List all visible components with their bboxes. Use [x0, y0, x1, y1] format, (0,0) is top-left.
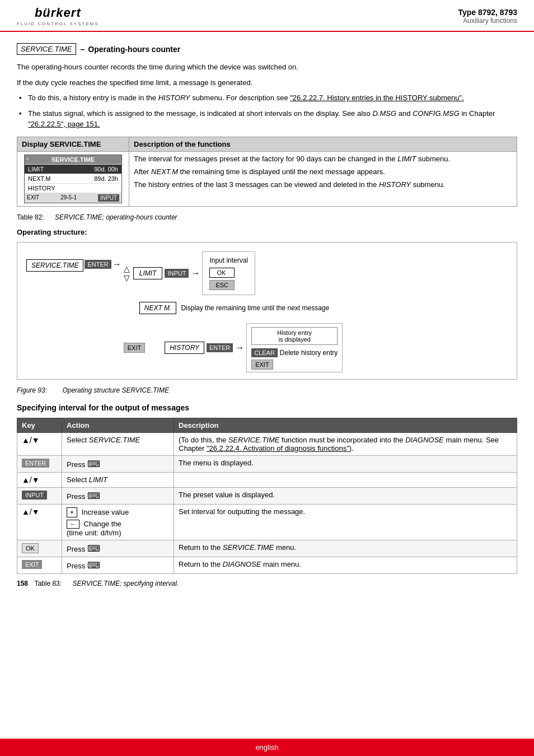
- key-cell-arrows3: ▲/▼: [17, 504, 62, 540]
- section-title-dash: –: [81, 45, 85, 54]
- key-cell-exit: EXIT: [17, 557, 62, 573]
- footer-language: english: [0, 739, 534, 756]
- limit-box: LIMIT: [133, 267, 163, 279]
- history-box: HISTORY: [165, 342, 204, 354]
- action-cell-5: + Increase value ← Change the(time unit:…: [62, 504, 174, 540]
- table-row: OK Press ⌨ Return to the SERVICE.TIME me…: [17, 540, 517, 557]
- lcd-mid: 29-5-1: [60, 194, 77, 202]
- bullet2-italic1: D.MSG: [372, 109, 396, 118]
- desc-cell-1: (To do this, the SERVICE.TIME function m…: [174, 432, 517, 455]
- key-cell-arrows1: ▲/▼: [17, 432, 62, 455]
- table-row: ▲/▼ Select SERVICE.TIME (To do this, the…: [17, 432, 517, 455]
- lcd-header: SERVICE.TIME: [25, 155, 121, 164]
- bullet2-prefix: The status signal, which is assigned to …: [28, 109, 372, 118]
- bullet1-prefix: To do this, a history entry is made in t…: [28, 94, 158, 102]
- action-cell-1: Select SERVICE.TIME: [62, 432, 174, 455]
- esc-box: ESC: [209, 280, 235, 290]
- lcd-row-nextm: NEXT.M 89d. 23h: [25, 174, 121, 183]
- lcd-exit: EXIT: [27, 194, 39, 202]
- table-row: ▲/▼ + Increase value ← Change the(time u…: [17, 504, 517, 540]
- table-row: EXIT Press ⌨ Return to the DIAGNOSE main…: [17, 557, 517, 573]
- exit-box: EXIT: [124, 343, 145, 353]
- col1-header: Display SERVICE.TIME: [17, 137, 129, 151]
- section-title-text: Operating-hours counter: [88, 45, 180, 54]
- desc1: The interval for messages preset at the …: [134, 155, 512, 163]
- key-cell-enter: ENTER: [17, 455, 62, 472]
- lcd-row-limit: LIMIT 90d. 00h: [25, 164, 121, 174]
- enter2-btn: ENTER: [207, 343, 233, 352]
- lcd-footer: EXIT 29-5-1 INPUT: [25, 193, 121, 203]
- para2: If the duty cycle reaches the specified …: [17, 77, 517, 88]
- bullet2-italic2: CONFIG.MSG: [413, 109, 460, 118]
- header-aux: Auxiliary functions: [458, 17, 517, 25]
- table-row: ▲/▼ Select LIMIT: [17, 472, 517, 487]
- spec-title: Specifying interval for the output of me…: [17, 403, 517, 412]
- section-title-box: SERVICE.TIME – Operating-hours counter: [17, 43, 517, 55]
- diagram-start-box: SERVICE.TIME: [26, 259, 83, 272]
- input-interval-label: Input interval: [209, 256, 248, 264]
- header-right: Type 8792, 8793 Auxiliary functions: [458, 8, 517, 25]
- arrow-keys-2: ▲/▼: [22, 475, 40, 484]
- key-cell-ok: OK: [17, 540, 62, 557]
- clear-desc: Delete history entry: [280, 349, 338, 357]
- flow-diagram-container: SERVICE.TIME ENTER → △ ▽: [17, 242, 517, 380]
- bullet2-suffix: in Chapter: [460, 109, 495, 118]
- key-cell-input: INPUT: [17, 487, 62, 504]
- lcd-input: INPUT: [98, 194, 119, 202]
- desc2: After NEXT.M the remaining time is displ…: [134, 167, 512, 176]
- ok-badge: OK: [22, 543, 39, 553]
- desc-cell-5: Set interval for outputting the message.: [174, 504, 517, 540]
- back-icon: ←: [67, 520, 79, 529]
- desc-cell-7: Return to the DIAGNOSE main menu.: [174, 557, 517, 573]
- table82-caption: Table 82: SERVICE.TIME; operating-hours …: [17, 213, 517, 221]
- lcd-nextm-value: 89d. 23h: [94, 175, 118, 182]
- col2-header: Description of the functions: [129, 137, 517, 151]
- lcd-history-label: HISTORY: [28, 185, 55, 192]
- bullet-list: To do this, a history entry is made in t…: [28, 92, 517, 130]
- hist-entry1: History entry: [256, 329, 332, 336]
- key-cell-arrows2: ▲/▼: [17, 472, 62, 487]
- desc-cell-4: The preset value is displayed.: [174, 487, 517, 504]
- lcd-nextm-label: NEXT.M: [28, 175, 50, 182]
- main-content: SERVICE.TIME – Operating-hours counter T…: [0, 32, 534, 599]
- clear-btn: CLEAR: [251, 348, 278, 357]
- arrow-keys-1: ▲/▼: [22, 436, 40, 445]
- bullet2-link[interactable]: "26.2.22.5", page 151.: [28, 120, 100, 128]
- lcd-cell: SERVICE.TIME LIMIT 90d. 00h NEXT.M 89d. …: [17, 151, 129, 206]
- enter1-label: ENTER: [85, 260, 111, 268]
- plus-icon: +: [67, 507, 77, 517]
- nextm-desc: Display the remaining time until the nex…: [181, 304, 329, 312]
- table-row: ENTER Press ⌨ The menu is displayed.: [17, 455, 517, 472]
- language-label: english: [255, 743, 278, 752]
- page-header: bürkert FLUID CONTROL SYSTEMS Type 8792,…: [0, 0, 534, 32]
- logo-area: bürkert FLUID CONTROL SYSTEMS: [17, 6, 99, 26]
- bullet1-link[interactable]: "26.2.22.7. History entries in the HISTO…: [290, 94, 464, 102]
- action-cell-2: Press ⌨: [62, 455, 174, 472]
- action-cell-3: Select LIMIT: [62, 472, 174, 487]
- desc-cell-6: Return to the SERVICE.TIME menu.: [174, 540, 517, 557]
- exit-badge: EXIT: [22, 560, 42, 569]
- bullet1-suffix: submenu. For description see: [190, 94, 290, 102]
- bullet1-italic: HISTORY: [158, 94, 190, 102]
- action-cell-6: Press ⌨: [62, 540, 174, 557]
- desc-cell: The interval for messages preset at the …: [129, 151, 517, 206]
- desc-cell-2: The menu is displayed.: [174, 455, 517, 472]
- brand-logo: bürkert: [35, 6, 81, 20]
- key-table: Key Action Description ▲/▼ Select SERVIC…: [17, 418, 517, 574]
- header-type: Type 8792, 8793: [458, 8, 517, 17]
- display-table: Display SERVICE.TIME Description of the …: [17, 137, 517, 207]
- lcd-limit-label: LIMIT: [28, 166, 44, 172]
- key-col-header: Key: [17, 418, 62, 432]
- bullet2-and: and: [396, 109, 413, 118]
- enter-badge: ENTER: [22, 459, 49, 468]
- lcd-limit-value: 90d. 00h: [94, 166, 118, 172]
- fig93-caption: Figure 93: Operating structure SERVICE.T…: [17, 386, 517, 394]
- input-btn: INPUT: [165, 269, 189, 278]
- desc-col-header: Description: [174, 418, 517, 432]
- op-structure-title: Operating structure:: [17, 228, 517, 236]
- desc-cell-3: [174, 472, 517, 487]
- bullet-item-1: To do this, a history entry is made in t…: [28, 92, 517, 104]
- brand-sub: FLUID CONTROL SYSTEMS: [17, 21, 99, 26]
- para1: The operating-hours counter records the …: [17, 62, 517, 73]
- ok-box: OK: [209, 268, 235, 278]
